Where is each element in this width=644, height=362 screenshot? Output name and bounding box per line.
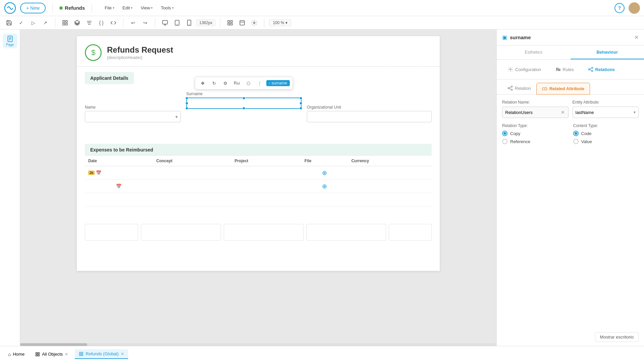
radio-copy[interactable]: Copy [502,131,568,136]
float-tool-more[interactable]: ⋮ [255,78,264,88]
menu-file[interactable]: File ▾ [101,3,118,12]
tab-all-objects[interactable]: All Objects ✕ [31,350,72,359]
play-button[interactable]: ▷ [28,18,38,27]
float-label[interactable]: ‹ surname [266,80,290,86]
canvas-scrollbar[interactable] [20,343,496,346]
name-input[interactable]: ▾ [85,111,181,122]
content-type-radios: Code Value [573,131,639,144]
cell-concept-1[interactable] [153,166,231,180]
add-file-1[interactable]: ⊕ [305,169,345,177]
filter-button[interactable] [84,18,94,27]
handle-tc[interactable] [243,97,245,100]
save-button[interactable] [4,18,14,27]
check-button[interactable]: ✓ [16,18,26,27]
settings-button[interactable] [249,18,259,27]
tab-refunds[interactable]: Refunds (Global) ✕ [75,349,128,359]
rel-tab-related-attribute[interactable]: Related Attribute [536,83,590,95]
window-button[interactable] [237,18,247,27]
tab-behaviour[interactable]: Behaviour [571,46,644,59]
user-avatar[interactable] [629,2,640,14]
expenses-header: Expenses to be Reimbursed [85,144,432,156]
mostrar-button[interactable]: Mostrar escritorio [595,332,639,342]
layers-button[interactable] [72,18,82,27]
tab-esthetics[interactable]: Esthetics [497,46,571,59]
handle-br[interactable] [300,107,302,110]
calendar-icon-2[interactable]: 📅 [88,184,150,189]
zoom-display[interactable]: 100 % ▾ [269,19,291,26]
content-type-label: Content Type: [573,123,639,128]
float-tool-relation[interactable]: Rω [232,78,241,88]
cell-project-1[interactable] [231,166,301,180]
select-arrow-icon: ▾ [634,110,636,115]
relation-name-clear[interactable]: ✕ [560,109,566,116]
html-button[interactable] [108,18,118,27]
handle-tr[interactable] [300,97,302,100]
float-tool-rotate[interactable]: ↻ [209,78,219,88]
mobile-view[interactable] [184,18,194,27]
radio-code-label: Code [581,131,592,136]
radio-code[interactable]: Code [573,131,639,136]
menu-edit[interactable]: Edit ▾ [119,3,136,12]
surname-input[interactable] [186,98,302,109]
handle-tl[interactable] [185,97,188,100]
width-display[interactable]: 1382px [196,19,215,26]
sidebar-item-page[interactable]: Page [3,34,17,48]
rel-tab-related-attribute-label: Related Attribute [549,86,584,91]
export-button[interactable]: ↗ [40,18,50,27]
handle-bl[interactable] [185,107,188,110]
org-unit-field: Organizational Unit [307,105,432,122]
cell-currency-1[interactable] [348,166,432,180]
radio-reference-circle[interactable] [502,139,507,144]
float-tool-connect[interactable]: ⬡ [244,78,253,88]
cell-concept-2[interactable] [153,180,231,193]
rel-tab-relation[interactable]: Relation [502,83,536,94]
sub-tabs: Configuration Rω Rules Relations [497,60,644,79]
new-button[interactable]: + New [20,3,46,13]
svg-text:Rω: Rω [556,67,560,71]
radio-copy-circle[interactable] [502,131,507,136]
desktop-view[interactable] [160,18,170,27]
float-tool-move[interactable]: ✥ [198,78,207,88]
tab-refunds-close[interactable]: ✕ [121,352,124,356]
help-button[interactable]: ? [614,3,625,13]
cell-file-2: ⊕ [301,180,348,193]
relation-name-input[interactable]: RelationUsers ✕ [502,107,569,118]
cell-empty-4 [301,193,348,206]
components-button[interactable] [60,18,70,27]
tab-home[interactable]: ⌂ Home [4,350,29,359]
org-unit-input[interactable] [307,111,432,122]
radio-value-circle[interactable] [573,139,579,144]
panel-close-button[interactable]: ✕ [634,34,639,41]
float-tool-settings[interactable]: ⚙ [221,78,230,88]
redo-button[interactable]: ↪ [140,18,150,27]
sep7 [264,18,264,27]
handle-ml[interactable] [185,102,188,105]
menu-view[interactable]: View ▾ [137,3,156,12]
tablet-view[interactable] [172,18,182,27]
radio-reference[interactable]: Reference [502,139,568,144]
cell-empty-2 [153,193,231,206]
entity-attribute-select[interactable]: lastName ▾ [573,107,639,118]
add-file-2[interactable]: ⊕ [305,183,345,190]
sub-tab-rules[interactable]: Rω Rules [549,64,579,75]
svg-rect-3 [63,20,64,22]
scrollbar-thumb[interactable] [20,343,87,346]
rel-tabs: Relation Related Attribute [497,79,644,95]
sub-tab-relations[interactable]: Relations [582,64,621,75]
grid-button[interactable] [225,18,235,27]
radio-value[interactable]: Value [573,139,639,144]
cell-project-2[interactable] [231,180,301,193]
code-button[interactable]: { } [96,18,106,27]
entity-attribute-value: lastName [576,110,634,115]
calendar-icon-1[interactable]: 📅 [96,170,101,175]
undo-button[interactable]: ↩ [128,18,138,27]
sub-tab-configuration[interactable]: Configuration [502,64,547,75]
tab-all-objects-close[interactable]: ✕ [65,352,68,357]
cell-currency-2[interactable] [348,180,432,193]
relation-name-value: RelationUsers [505,110,559,115]
menu-tools[interactable]: Tools ▾ [157,3,177,12]
radio-code-circle[interactable] [573,131,579,136]
handle-bc[interactable] [243,107,245,110]
bottom-bar: ⌂ Home All Objects ✕ Refunds (Global) ✕ [0,346,644,362]
handle-mr[interactable] [300,102,302,105]
